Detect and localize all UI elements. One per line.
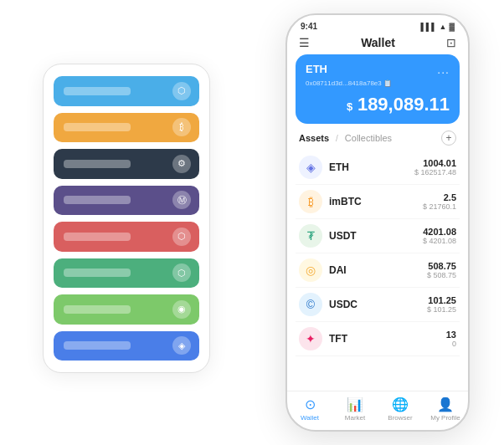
signal-icon: ▌▌▌ xyxy=(420,23,436,31)
card-row-purple-label xyxy=(64,196,131,204)
nav-item-profile[interactable]: 👤 My Profile xyxy=(423,396,468,422)
wifi-icon: ▲ xyxy=(440,23,447,31)
eth-balance-value: 189,089.11 xyxy=(357,94,450,115)
tab-separator: / xyxy=(336,134,338,143)
asset-amounts-imbtc: 2.5 $ 21760.1 xyxy=(423,192,456,211)
asset-name-dai: DAI xyxy=(329,264,427,276)
asset-amounts-dai: 508.75 $ 508.75 xyxy=(427,261,456,279)
card-row-purple-icon: Ⓜ xyxy=(172,191,191,209)
asset-usd-imbtc: $ 21760.1 xyxy=(423,202,456,211)
card-row-orange-label xyxy=(64,123,131,131)
asset-amounts-usdt: 4201.08 $ 4201.08 xyxy=(423,227,456,245)
eth-dollar-sign: $ xyxy=(347,100,356,113)
card-row-green-icon: ⬡ xyxy=(172,263,191,282)
asset-name-usdc: USDC xyxy=(329,299,427,310)
eth-balance: $ 189,089.11 xyxy=(306,94,450,115)
card-row-blue-label xyxy=(64,87,131,95)
card-row-royalblue-icon: ◈ xyxy=(172,336,191,355)
asset-icon-eth: ◈ xyxy=(299,156,322,179)
asset-amounts-eth: 1004.01 $ 162517.48 xyxy=(414,158,456,176)
market-nav-icon: 📊 xyxy=(347,396,363,412)
card-row-lightgreen[interactable]: ◉ xyxy=(54,294,199,325)
wallet-nav-label: Wallet xyxy=(301,414,319,422)
asset-usd-tft: 0 xyxy=(446,340,456,348)
asset-icon-dai: ◎ xyxy=(299,258,322,282)
asset-item-eth[interactable]: ◈ ETH 1004.01 $ 162517.48 xyxy=(296,151,460,185)
asset-amount-dai: 508.75 xyxy=(427,261,456,271)
asset-name-imbtc: imBTC xyxy=(329,196,423,207)
card-row-lightgreen-label xyxy=(64,305,131,314)
add-asset-button[interactable]: + xyxy=(441,130,456,146)
card-row-lightgreen-icon: ◉ xyxy=(172,300,191,319)
nav-item-market[interactable]: 📊 Market xyxy=(332,396,378,422)
asset-usd-usdt: $ 4201.08 xyxy=(423,237,456,245)
card-row-blue[interactable]: ⬡ xyxy=(54,76,199,106)
market-nav-label: Market xyxy=(345,414,365,422)
asset-icon-usdt: ₮ xyxy=(299,224,322,248)
asset-amount-usdt: 4201.08 xyxy=(423,227,456,237)
asset-icon-tft: ✦ xyxy=(299,327,322,350)
asset-usd-dai: $ 508.75 xyxy=(427,271,456,279)
card-row-royalblue-label xyxy=(64,341,131,350)
eth-label: ETH xyxy=(306,63,327,75)
card-row-dark[interactable]: ⚙ xyxy=(54,149,199,179)
tab-assets[interactable]: Assets xyxy=(299,133,329,143)
eth-more-icon[interactable]: ... xyxy=(437,63,450,76)
eth-card[interactable]: ETH ... 0x08711d3d...8418a78e3 📋 $ 189,0… xyxy=(296,54,460,124)
card-row-dark-icon: ⚙ xyxy=(172,155,191,173)
asset-name-eth: ETH xyxy=(329,161,414,173)
card-row-orange[interactable]: ₿ xyxy=(54,113,199,143)
wallet-nav-icon: ⊙ xyxy=(305,396,316,412)
card-row-green[interactable]: ⬡ xyxy=(54,258,199,289)
asset-amount-usdc: 101.25 xyxy=(427,295,456,305)
card-row-red-icon: ⬡ xyxy=(172,228,191,246)
assets-header: Assets / Collectibles + xyxy=(287,130,468,151)
eth-card-header: ETH ... xyxy=(306,63,450,76)
menu-icon[interactable]: ☰ xyxy=(299,36,310,49)
battery-icon: ▓ xyxy=(449,23,455,31)
asset-amount-eth: 1004.01 xyxy=(414,158,456,168)
card-row-red-label xyxy=(64,233,131,241)
asset-usd-eth: $ 162517.48 xyxy=(414,168,456,176)
browser-nav-icon: 🌐 xyxy=(392,396,409,412)
tab-collectibles[interactable]: Collectibles xyxy=(345,133,392,143)
status-icons: ▌▌▌ ▲ ▓ xyxy=(420,23,455,31)
card-row-dark-label xyxy=(64,160,131,168)
card-row-orange-icon: ₿ xyxy=(172,118,191,136)
scene: ⬡ ₿ ⚙ Ⓜ ⬡ ⬡ ◉ ◈ xyxy=(18,13,486,432)
card-row-purple[interactable]: Ⓜ xyxy=(54,186,199,216)
asset-item-tft[interactable]: ✦ TFT 13 0 xyxy=(296,322,460,356)
asset-icon-usdc: © xyxy=(299,293,322,316)
status-bar: 9:41 ▌▌▌ ▲ ▓ xyxy=(287,15,468,31)
asset-item-imbtc[interactable]: ₿ imBTC 2.5 $ 21760.1 xyxy=(296,185,460,219)
status-time: 9:41 xyxy=(301,22,317,31)
eth-address: 0x08711d3d...8418a78e3 📋 xyxy=(306,79,450,87)
phone-frame: 9:41 ▌▌▌ ▲ ▓ ☰ Wallet ⊡ ETH ... 0x08711d… xyxy=(285,13,470,432)
card-row-blue-icon: ⬡ xyxy=(172,82,191,100)
assets-tabs: Assets / Collectibles xyxy=(299,133,392,143)
asset-icon-imbtc: ₿ xyxy=(299,190,322,213)
asset-item-dai[interactable]: ◎ DAI 508.75 $ 508.75 xyxy=(296,253,460,288)
card-row-red[interactable]: ⬡ xyxy=(54,222,199,252)
browser-nav-label: Browser xyxy=(388,414,412,422)
profile-nav-label: My Profile xyxy=(430,414,460,422)
card-row-royalblue[interactable]: ◈ xyxy=(54,331,199,361)
asset-list: ◈ ETH 1004.01 $ 162517.48 ₿ imBTC 2.5 $ … xyxy=(287,151,468,391)
asset-amounts-usdc: 101.25 $ 101.25 xyxy=(427,295,456,314)
asset-amount-imbtc: 2.5 xyxy=(423,192,456,202)
asset-amounts-tft: 13 0 xyxy=(446,330,456,348)
page-title: Wallet xyxy=(361,36,395,49)
asset-name-usdt: USDT xyxy=(329,230,423,242)
asset-usd-usdc: $ 101.25 xyxy=(427,305,456,314)
phone-header: ☰ Wallet ⊡ xyxy=(287,31,468,54)
asset-item-usdc[interactable]: © USDC 101.25 $ 101.25 xyxy=(296,288,460,322)
asset-amount-tft: 13 xyxy=(446,330,456,340)
asset-name-tft: TFT xyxy=(329,333,446,345)
nav-item-wallet[interactable]: ⊙ Wallet xyxy=(287,396,332,422)
asset-item-usdt[interactable]: ₮ USDT 4201.08 $ 4201.08 xyxy=(296,219,460,253)
expand-icon[interactable]: ⊡ xyxy=(446,36,456,49)
card-row-green-label xyxy=(64,269,131,277)
bottom-nav: ⊙ Wallet 📊 Market 🌐 Browser 👤 My Profile xyxy=(287,391,468,430)
profile-nav-icon: 👤 xyxy=(437,396,454,412)
nav-item-browser[interactable]: 🌐 Browser xyxy=(378,396,423,422)
